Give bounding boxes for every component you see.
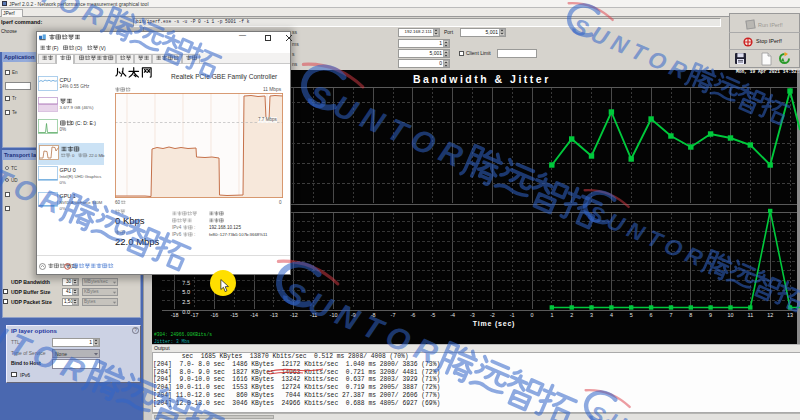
svg-text:5.0: 5.0 xyxy=(182,289,190,295)
svg-text:-8: -8 xyxy=(371,312,376,318)
svg-text:1: 1 xyxy=(550,312,553,318)
svg-text:7: 7 xyxy=(670,312,673,318)
svg-text:7.5: 7.5 xyxy=(182,280,190,286)
svg-text:-6: -6 xyxy=(411,312,416,318)
svg-text:9: 9 xyxy=(709,312,712,318)
svg-text:0.0: 0.0 xyxy=(182,309,190,315)
svg-text:-15: -15 xyxy=(230,312,238,318)
svg-text:-3: -3 xyxy=(470,312,475,318)
svg-text:2.5: 2.5 xyxy=(182,299,190,305)
svg-text:?: ? xyxy=(134,328,137,333)
svg-text:-2: -2 xyxy=(490,312,495,318)
svg-text:2: 2 xyxy=(570,312,573,318)
svg-text:-11: -11 xyxy=(310,312,317,318)
svg-text:11: 11 xyxy=(748,312,754,318)
svg-text:-5: -5 xyxy=(430,312,435,318)
svg-text:10: 10 xyxy=(728,312,734,318)
svg-text:6: 6 xyxy=(650,312,653,318)
svg-text:12: 12 xyxy=(767,312,773,318)
svg-text:-14: -14 xyxy=(250,312,258,318)
svg-text:8: 8 xyxy=(689,312,692,318)
svg-text:Time (sec): Time (sec) xyxy=(473,320,516,328)
svg-text:-9: -9 xyxy=(351,312,356,318)
svg-text:-18: -18 xyxy=(171,312,179,318)
svg-text:-10: -10 xyxy=(330,312,338,318)
svg-text:13: 13 xyxy=(787,312,793,318)
svg-text:-17: -17 xyxy=(191,312,199,318)
svg-text:0: 0 xyxy=(531,312,534,318)
svg-text:4: 4 xyxy=(610,312,613,318)
svg-text:-12: -12 xyxy=(290,312,298,318)
svg-text:3: 3 xyxy=(590,312,593,318)
svg-text:-1: -1 xyxy=(510,312,515,318)
svg-text:-16: -16 xyxy=(211,312,219,318)
svg-text:-4: -4 xyxy=(450,312,455,318)
svg-text:-13: -13 xyxy=(270,312,278,318)
svg-text:-7: -7 xyxy=(391,312,396,318)
svg-text:5: 5 xyxy=(630,312,633,318)
